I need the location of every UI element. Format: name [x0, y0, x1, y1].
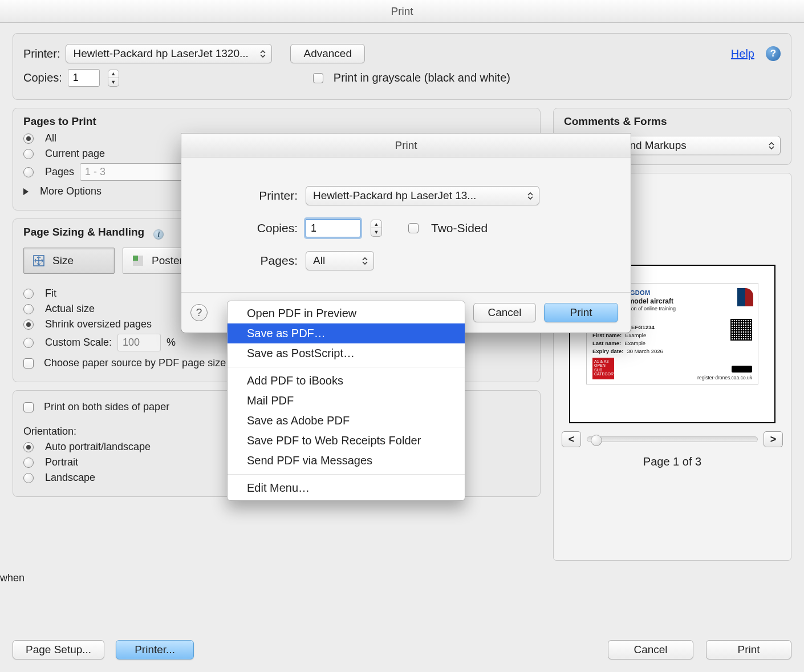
thumb-expiry-label: Expiry date: [592, 348, 623, 354]
menu-web-receipts[interactable]: Save PDF to Web Receipts Folder [228, 431, 465, 451]
print-button[interactable]: Print [706, 640, 791, 659]
chevron-updown-icon [361, 257, 369, 265]
orient-portrait-radio[interactable] [23, 458, 34, 468]
sheet-printer-label: Printer: [196, 189, 298, 203]
pages-range-input[interactable] [80, 163, 194, 181]
orient-landscape-radio[interactable] [23, 473, 34, 483]
fit-radio[interactable] [23, 289, 34, 299]
sheet-pages-select[interactable]: All [306, 251, 374, 270]
menu-add-ibooks[interactable]: Add PDF to iBooks [228, 371, 465, 391]
sheet-copies-input[interactable] [306, 219, 360, 237]
pages-range-radio[interactable] [23, 167, 34, 177]
both-sides-label: Print on both sides of paper [44, 401, 169, 413]
sheet-printer-value: Hewlett-Packard hp LaserJet 13... [313, 189, 476, 202]
svg-rect-4 [138, 261, 143, 266]
qr-icon [730, 319, 752, 341]
custom-scale-input[interactable] [117, 334, 161, 351]
sheet-pages-label: Pages: [196, 254, 298, 268]
orient-auto-radio[interactable] [23, 442, 34, 452]
stepper-up-icon[interactable]: ▲ [108, 70, 119, 78]
comments-heading: Comments & Forms [564, 115, 781, 128]
stepper-down-icon[interactable]: ▼ [108, 78, 119, 86]
orient-portrait-label: Portrait [45, 456, 78, 468]
menu-open-preview[interactable]: Open PDF in Preview [228, 303, 465, 323]
custom-radio[interactable] [23, 338, 34, 348]
advanced-button[interactable]: Advanced [290, 44, 365, 63]
poster-seg-label: Poster [152, 254, 183, 267]
more-options[interactable]: More Options [40, 185, 101, 197]
category-badge: A1 & A3 OPEN SUB CATEGORY [592, 358, 614, 379]
pages-heading: Pages to Print [23, 115, 530, 128]
two-sided-checkbox[interactable] [408, 223, 419, 233]
both-sides-checkbox[interactable] [23, 402, 34, 412]
sheet-print-button[interactable]: Print [544, 303, 618, 322]
pages-all-radio[interactable] [23, 133, 34, 144]
size-seg-label: Size [52, 254, 74, 267]
svg-rect-3 [133, 261, 138, 266]
printer-label: Printer: [23, 47, 60, 60]
sheet-copies-stepper[interactable]: ▲ ▼ [371, 220, 382, 237]
actual-radio[interactable] [23, 304, 34, 314]
sheet-copies-label: Copies: [196, 221, 298, 235]
thumb-last-value: Example [624, 340, 645, 346]
grayscale-label: Print in grayscale (black and white) [334, 71, 510, 84]
pages-current-radio[interactable] [23, 149, 34, 159]
help-icon[interactable]: ? [766, 46, 781, 61]
menu-save-adobe[interactable]: Save as Adobe PDF [228, 411, 465, 431]
pages-all-label: All [45, 132, 56, 144]
menu-edit-menu[interactable]: Edit Menu… [228, 478, 465, 498]
dialog-title: Print [0, 0, 804, 23]
size-icon [32, 254, 46, 268]
size-seg-button[interactable]: Size [23, 248, 115, 274]
orientation-label: Orientation: [23, 426, 76, 438]
copies-input[interactable] [68, 69, 100, 87]
preview-zoom-slider[interactable] [587, 436, 758, 442]
thumb-url: register-drones.caa.co.uk [697, 375, 752, 380]
actual-label: Actual size [45, 303, 95, 315]
shrink-label: Shrink oversized pages [45, 318, 152, 330]
sheet-title: Print [181, 133, 631, 157]
disclosure-icon[interactable] [23, 188, 29, 195]
orient-auto-label: Auto portrait/landscape [45, 441, 151, 453]
printer-select[interactable]: Hewlett-Packard hp LaserJet 1320... [66, 44, 272, 63]
pages-range-label: Pages [45, 166, 74, 178]
preview-prev-button[interactable]: < [562, 431, 581, 447]
menu-mail-pdf[interactable]: Mail PDF [228, 391, 465, 411]
menu-save-as-pdf[interactable]: Save as PDF… [228, 323, 465, 343]
thumb-expiry-value: 30 March 2026 [627, 348, 663, 354]
menu-via-messages[interactable]: Send PDF via Messages [228, 451, 465, 471]
paper-source-label: Choose paper source by PDF page size [44, 357, 226, 369]
sheet-pages-value: All [313, 254, 325, 267]
two-sided-label: Two-Sided [431, 221, 488, 235]
paper-source-checkbox[interactable] [23, 358, 34, 369]
shrink-radio[interactable] [23, 319, 34, 330]
fit-label: Fit [45, 288, 56, 299]
sheet-printer-select[interactable]: Hewlett-Packard hp LaserJet 13... [306, 186, 539, 205]
svg-rect-1 [133, 256, 138, 261]
copies-label: Copies: [23, 71, 62, 84]
custom-label: Custom Scale: [45, 337, 112, 349]
menu-save-as-postscript[interactable]: Save as PostScript… [228, 343, 465, 363]
menu-separator [228, 367, 465, 367]
cancel-button[interactable]: Cancel [608, 640, 693, 659]
pdf-menu: Open PDF in Preview Save as PDF… Save as… [227, 301, 465, 501]
preview-next-button[interactable]: > [764, 431, 783, 447]
sheet-cancel-button[interactable]: Cancel [473, 303, 536, 322]
help-link[interactable]: Help [731, 47, 754, 60]
cc-icon [732, 366, 752, 373]
chevron-updown-icon [526, 192, 534, 200]
stepper-up-icon[interactable]: ▲ [371, 220, 381, 228]
caa-logo-icon [737, 288, 753, 306]
top-panel: Printer: Hewlett-Packard hp LaserJet 132… [13, 33, 791, 100]
grayscale-checkbox[interactable] [313, 73, 323, 83]
printer-system-button[interactable]: Printer... [116, 640, 194, 659]
thumb-first-value: Example [625, 332, 646, 338]
svg-rect-2 [138, 256, 143, 261]
chevron-updown-icon [768, 142, 775, 149]
orient-landscape-label: Landscape [45, 472, 95, 484]
copies-stepper[interactable]: ▲ ▼ [108, 70, 119, 87]
sheet-help-icon[interactable]: ? [190, 304, 208, 321]
stepper-down-icon[interactable]: ▼ [371, 228, 381, 236]
info-icon[interactable]: i [153, 229, 164, 240]
page-setup-button[interactable]: Page Setup... [13, 640, 104, 659]
